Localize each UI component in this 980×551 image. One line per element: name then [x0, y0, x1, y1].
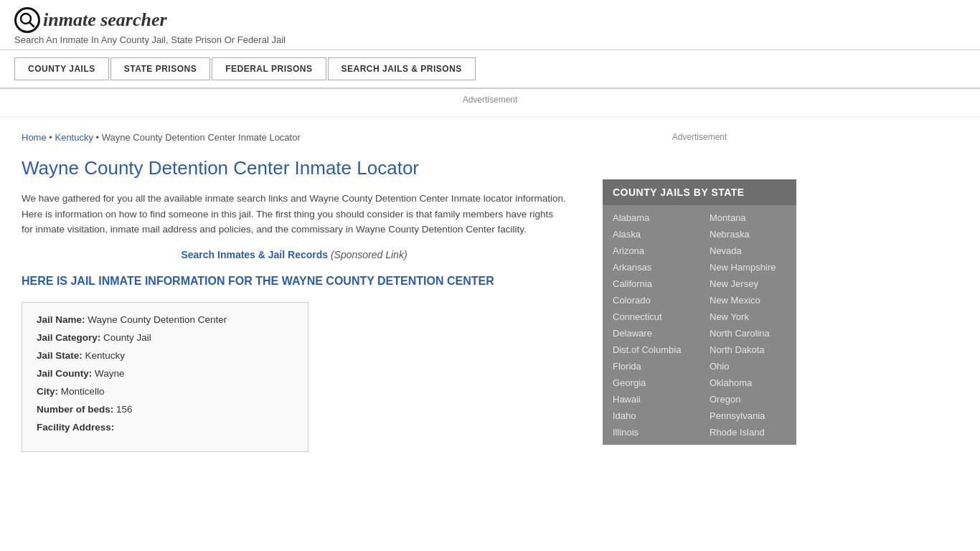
jail-name-label: Jail Name:	[37, 314, 85, 325]
state-item[interactable]: Nevada	[699, 242, 796, 259]
state-list-header: COUNTY JAILS BY STATE	[603, 179, 796, 205]
state-item[interactable]: Alaska	[603, 226, 699, 242]
nav-search-jails[interactable]: SEARCH JAILS & PRISONS	[328, 57, 476, 80]
state-item[interactable]: North Dakota	[699, 342, 796, 358]
state-item[interactable]: Connecticut	[603, 309, 699, 325]
jail-beds-row: Number of beds: 156	[37, 404, 293, 415]
sidebar-ad: Advertisement	[603, 125, 796, 168]
state-item[interactable]: New Mexico	[699, 292, 796, 309]
jail-county-row: Jail County: Wayne	[37, 368, 293, 379]
state-item[interactable]: New York	[699, 309, 796, 325]
sponsored-link[interactable]: Search Inmates & Jail Records	[181, 249, 328, 260]
logo-area: inmate searcher	[14, 7, 966, 33]
jail-category-label: Jail Category:	[37, 332, 100, 343]
state-item[interactable]: Rhode Island	[699, 424, 796, 441]
jail-address-label: Facility Address:	[37, 422, 114, 433]
jail-city-value: Monticello	[61, 386, 105, 397]
jail-county-label: Jail County:	[37, 368, 92, 379]
jail-info-box: Jail Name: Wayne County Detention Center…	[22, 302, 308, 452]
page-title: Wayne County Detention Center Inmate Loc…	[22, 157, 567, 179]
nav-state-prisons[interactable]: STATE PRISONS	[110, 57, 210, 80]
state-item[interactable]: Alabama	[603, 209, 699, 226]
jail-city-label: City:	[37, 386, 58, 397]
intro-paragraph: We have gathered for you all the availab…	[22, 191, 567, 237]
main-layout: Home • Kentucky • Wayne County Detention…	[0, 118, 980, 466]
main-nav: COUNTY JAILS STATE PRISONS FEDERAL PRISO…	[0, 50, 980, 89]
state-item[interactable]: Oregon	[699, 391, 796, 408]
state-item[interactable]: Georgia	[603, 375, 699, 391]
jail-county-value: Wayne	[95, 368, 125, 379]
breadcrumb-home[interactable]: Home	[22, 132, 47, 143]
site-tagline: Search An Inmate In Any County Jail, Sta…	[14, 34, 966, 45]
jail-city-row: City: Monticello	[37, 386, 293, 397]
breadcrumb-state[interactable]: Kentucky	[55, 132, 93, 143]
sidebar: Advertisement COUNTY JAILS BY STATE Alab…	[588, 118, 811, 466]
state-item[interactable]: Montana	[699, 209, 796, 226]
jail-category-row: Jail Category: County Jail	[37, 332, 293, 343]
state-item[interactable]: New Jersey	[699, 276, 796, 292]
site-header: inmate searcher Search An Inmate In Any …	[0, 0, 980, 50]
logo-icon	[14, 7, 40, 33]
jail-state-label: Jail State:	[37, 350, 83, 361]
jail-category-value: County Jail	[103, 332, 151, 343]
breadcrumb: Home • Kentucky • Wayne County Detention…	[22, 132, 567, 143]
state-item[interactable]: North Carolina	[699, 325, 796, 342]
state-item[interactable]: Pennsylvania	[699, 408, 796, 424]
section-heading: HERE IS JAIL INMATE INFORMATION FOR THE …	[22, 275, 567, 288]
breadcrumb-current: Wayne County Detention Center Inmate Loc…	[102, 132, 301, 143]
state-item[interactable]: Florida	[603, 358, 699, 375]
state-item[interactable]: Arizona	[603, 242, 699, 259]
state-item[interactable]: Hawaii	[603, 391, 699, 408]
state-item[interactable]: Idaho	[603, 408, 699, 424]
nav-federal-prisons[interactable]: FEDERAL PRISONS	[212, 57, 326, 80]
logo-text: inmate searcher	[43, 9, 167, 31]
main-content: Home • Kentucky • Wayne County Detention…	[0, 118, 588, 466]
state-item[interactable]: Nebraska	[699, 226, 796, 242]
jail-beds-value: 156	[116, 404, 133, 415]
state-item[interactable]: Dist.of Columbia	[603, 342, 699, 358]
state-item[interactable]: California	[603, 276, 699, 292]
ad-banner-top: Advertisement	[0, 89, 980, 118]
jail-state-value: Kentucky	[85, 350, 126, 361]
jail-name-value: Wayne County Detention Center	[88, 314, 227, 325]
state-item[interactable]: Arkansas	[603, 259, 699, 276]
state-col-1: Alabama Alaska Arizona Arkansas Californ…	[603, 209, 699, 441]
sponsored-label: (Sponsored Link)	[331, 249, 407, 260]
sponsored-link-area: Search Inmates & Jail Records (Sponsored…	[22, 249, 567, 260]
state-list-grid: Alabama Alaska Arizona Arkansas Californ…	[603, 205, 796, 445]
nav-county-jails[interactable]: COUNTY JAILS	[14, 57, 109, 80]
jail-state-row: Jail State: Kentucky	[37, 350, 293, 361]
state-item[interactable]: Illinois	[603, 424, 699, 441]
svg-line-1	[29, 22, 34, 27]
jail-beds-label: Number of beds:	[37, 404, 113, 415]
state-item[interactable]: Colorado	[603, 292, 699, 309]
jail-name-row: Jail Name: Wayne County Detention Center	[37, 314, 293, 325]
jail-address-row: Facility Address:	[37, 422, 293, 433]
state-item[interactable]: New Hampshire	[699, 259, 796, 276]
state-list-box: COUNTY JAILS BY STATE Alabama Alaska Ari…	[603, 179, 796, 445]
state-col-2: Montana Nebraska Nevada New Hampshire Ne…	[699, 209, 796, 441]
state-item[interactable]: Ohio	[699, 358, 796, 375]
state-item[interactable]: Oklahoma	[699, 375, 796, 391]
state-item[interactable]: Delaware	[603, 325, 699, 342]
